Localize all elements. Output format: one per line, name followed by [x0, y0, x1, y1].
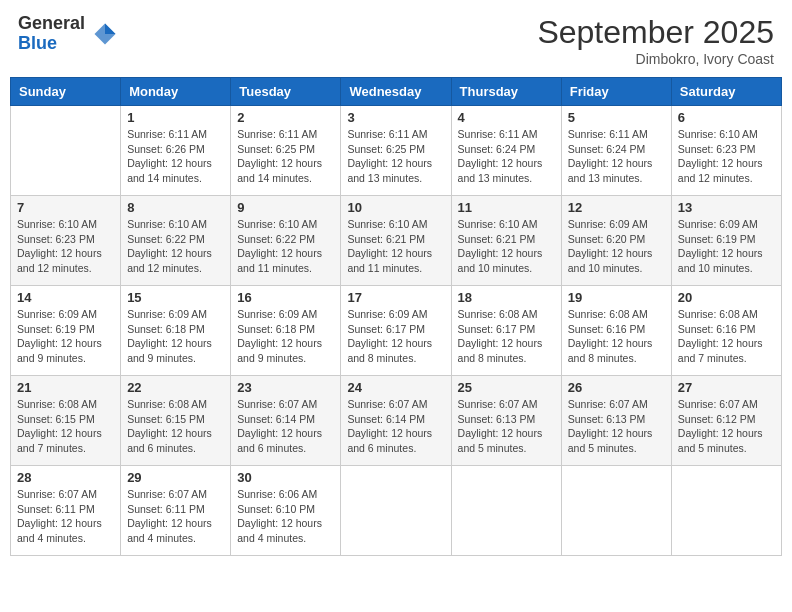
logo-blue: Blue	[18, 34, 85, 54]
day-info: Sunrise: 6:11 AMSunset: 6:25 PMDaylight:…	[237, 127, 334, 186]
day-info: Sunrise: 6:11 AMSunset: 6:24 PMDaylight:…	[568, 127, 665, 186]
day-info: Sunrise: 6:09 AMSunset: 6:18 PMDaylight:…	[127, 307, 224, 366]
calendar-cell: 14Sunrise: 6:09 AMSunset: 6:19 PMDayligh…	[11, 286, 121, 376]
day-number: 22	[127, 380, 224, 395]
calendar-cell: 5Sunrise: 6:11 AMSunset: 6:24 PMDaylight…	[561, 106, 671, 196]
day-info: Sunrise: 6:08 AMSunset: 6:17 PMDaylight:…	[458, 307, 555, 366]
calendar-cell: 2Sunrise: 6:11 AMSunset: 6:25 PMDaylight…	[231, 106, 341, 196]
day-info: Sunrise: 6:10 AMSunset: 6:22 PMDaylight:…	[127, 217, 224, 276]
day-info: Sunrise: 6:09 AMSunset: 6:17 PMDaylight:…	[347, 307, 444, 366]
calendar-cell: 15Sunrise: 6:09 AMSunset: 6:18 PMDayligh…	[121, 286, 231, 376]
day-number: 30	[237, 470, 334, 485]
day-number: 29	[127, 470, 224, 485]
calendar-cell: 10Sunrise: 6:10 AMSunset: 6:21 PMDayligh…	[341, 196, 451, 286]
calendar-cell	[11, 106, 121, 196]
day-info: Sunrise: 6:10 AMSunset: 6:21 PMDaylight:…	[458, 217, 555, 276]
day-number: 17	[347, 290, 444, 305]
day-number: 7	[17, 200, 114, 215]
calendar-cell: 22Sunrise: 6:08 AMSunset: 6:15 PMDayligh…	[121, 376, 231, 466]
calendar-cell: 16Sunrise: 6:09 AMSunset: 6:18 PMDayligh…	[231, 286, 341, 376]
calendar-cell	[341, 466, 451, 556]
calendar-cell: 6Sunrise: 6:10 AMSunset: 6:23 PMDaylight…	[671, 106, 781, 196]
day-number: 16	[237, 290, 334, 305]
day-number: 8	[127, 200, 224, 215]
day-info: Sunrise: 6:11 AMSunset: 6:24 PMDaylight:…	[458, 127, 555, 186]
day-info: Sunrise: 6:11 AMSunset: 6:26 PMDaylight:…	[127, 127, 224, 186]
calendar-table: SundayMondayTuesdayWednesdayThursdayFrid…	[10, 77, 782, 556]
day-number: 12	[568, 200, 665, 215]
day-number: 28	[17, 470, 114, 485]
day-number: 2	[237, 110, 334, 125]
day-info: Sunrise: 6:08 AMSunset: 6:16 PMDaylight:…	[568, 307, 665, 366]
location-subtitle: Dimbokro, Ivory Coast	[537, 51, 774, 67]
day-info: Sunrise: 6:09 AMSunset: 6:19 PMDaylight:…	[17, 307, 114, 366]
logo: General Blue	[18, 14, 119, 54]
day-number: 5	[568, 110, 665, 125]
day-number: 10	[347, 200, 444, 215]
calendar-cell: 8Sunrise: 6:10 AMSunset: 6:22 PMDaylight…	[121, 196, 231, 286]
day-number: 4	[458, 110, 555, 125]
calendar-cell: 12Sunrise: 6:09 AMSunset: 6:20 PMDayligh…	[561, 196, 671, 286]
day-info: Sunrise: 6:10 AMSunset: 6:23 PMDaylight:…	[678, 127, 775, 186]
day-info: Sunrise: 6:10 AMSunset: 6:22 PMDaylight:…	[237, 217, 334, 276]
page-header: General Blue September 2025 Dimbokro, Iv…	[10, 10, 782, 71]
day-info: Sunrise: 6:08 AMSunset: 6:16 PMDaylight:…	[678, 307, 775, 366]
weekday-header-sunday: Sunday	[11, 78, 121, 106]
calendar-cell: 30Sunrise: 6:06 AMSunset: 6:10 PMDayligh…	[231, 466, 341, 556]
calendar-cell: 23Sunrise: 6:07 AMSunset: 6:14 PMDayligh…	[231, 376, 341, 466]
day-info: Sunrise: 6:07 AMSunset: 6:11 PMDaylight:…	[17, 487, 114, 546]
day-number: 19	[568, 290, 665, 305]
logo-icon	[91, 20, 119, 48]
weekday-header-friday: Friday	[561, 78, 671, 106]
day-info: Sunrise: 6:10 AMSunset: 6:23 PMDaylight:…	[17, 217, 114, 276]
day-number: 24	[347, 380, 444, 395]
calendar-cell: 18Sunrise: 6:08 AMSunset: 6:17 PMDayligh…	[451, 286, 561, 376]
day-info: Sunrise: 6:09 AMSunset: 6:18 PMDaylight:…	[237, 307, 334, 366]
calendar-week-3: 14Sunrise: 6:09 AMSunset: 6:19 PMDayligh…	[11, 286, 782, 376]
calendar-cell: 27Sunrise: 6:07 AMSunset: 6:12 PMDayligh…	[671, 376, 781, 466]
calendar-cell: 25Sunrise: 6:07 AMSunset: 6:13 PMDayligh…	[451, 376, 561, 466]
calendar-week-1: 1Sunrise: 6:11 AMSunset: 6:26 PMDaylight…	[11, 106, 782, 196]
day-info: Sunrise: 6:09 AMSunset: 6:20 PMDaylight:…	[568, 217, 665, 276]
calendar-cell: 21Sunrise: 6:08 AMSunset: 6:15 PMDayligh…	[11, 376, 121, 466]
day-info: Sunrise: 6:07 AMSunset: 6:11 PMDaylight:…	[127, 487, 224, 546]
day-number: 1	[127, 110, 224, 125]
calendar-cell: 26Sunrise: 6:07 AMSunset: 6:13 PMDayligh…	[561, 376, 671, 466]
day-info: Sunrise: 6:07 AMSunset: 6:13 PMDaylight:…	[568, 397, 665, 456]
calendar-cell	[451, 466, 561, 556]
calendar-cell: 1Sunrise: 6:11 AMSunset: 6:26 PMDaylight…	[121, 106, 231, 196]
day-number: 3	[347, 110, 444, 125]
weekday-header-saturday: Saturday	[671, 78, 781, 106]
calendar-cell: 3Sunrise: 6:11 AMSunset: 6:25 PMDaylight…	[341, 106, 451, 196]
calendar-cell: 28Sunrise: 6:07 AMSunset: 6:11 PMDayligh…	[11, 466, 121, 556]
day-number: 15	[127, 290, 224, 305]
calendar-cell: 4Sunrise: 6:11 AMSunset: 6:24 PMDaylight…	[451, 106, 561, 196]
calendar-cell: 7Sunrise: 6:10 AMSunset: 6:23 PMDaylight…	[11, 196, 121, 286]
calendar-cell: 29Sunrise: 6:07 AMSunset: 6:11 PMDayligh…	[121, 466, 231, 556]
day-info: Sunrise: 6:10 AMSunset: 6:21 PMDaylight:…	[347, 217, 444, 276]
day-number: 20	[678, 290, 775, 305]
weekday-header-wednesday: Wednesday	[341, 78, 451, 106]
day-info: Sunrise: 6:09 AMSunset: 6:19 PMDaylight:…	[678, 217, 775, 276]
calendar-cell	[561, 466, 671, 556]
logo-text: General Blue	[18, 14, 85, 54]
day-info: Sunrise: 6:08 AMSunset: 6:15 PMDaylight:…	[127, 397, 224, 456]
day-info: Sunrise: 6:07 AMSunset: 6:14 PMDaylight:…	[237, 397, 334, 456]
calendar-cell: 11Sunrise: 6:10 AMSunset: 6:21 PMDayligh…	[451, 196, 561, 286]
day-number: 25	[458, 380, 555, 395]
title-area: September 2025 Dimbokro, Ivory Coast	[537, 14, 774, 67]
day-number: 21	[17, 380, 114, 395]
day-number: 18	[458, 290, 555, 305]
day-info: Sunrise: 6:06 AMSunset: 6:10 PMDaylight:…	[237, 487, 334, 546]
calendar-cell: 20Sunrise: 6:08 AMSunset: 6:16 PMDayligh…	[671, 286, 781, 376]
day-info: Sunrise: 6:07 AMSunset: 6:13 PMDaylight:…	[458, 397, 555, 456]
calendar-cell: 24Sunrise: 6:07 AMSunset: 6:14 PMDayligh…	[341, 376, 451, 466]
weekday-header-thursday: Thursday	[451, 78, 561, 106]
calendar-week-5: 28Sunrise: 6:07 AMSunset: 6:11 PMDayligh…	[11, 466, 782, 556]
day-number: 13	[678, 200, 775, 215]
day-number: 26	[568, 380, 665, 395]
month-title: September 2025	[537, 14, 774, 51]
day-info: Sunrise: 6:08 AMSunset: 6:15 PMDaylight:…	[17, 397, 114, 456]
day-number: 27	[678, 380, 775, 395]
day-info: Sunrise: 6:07 AMSunset: 6:12 PMDaylight:…	[678, 397, 775, 456]
